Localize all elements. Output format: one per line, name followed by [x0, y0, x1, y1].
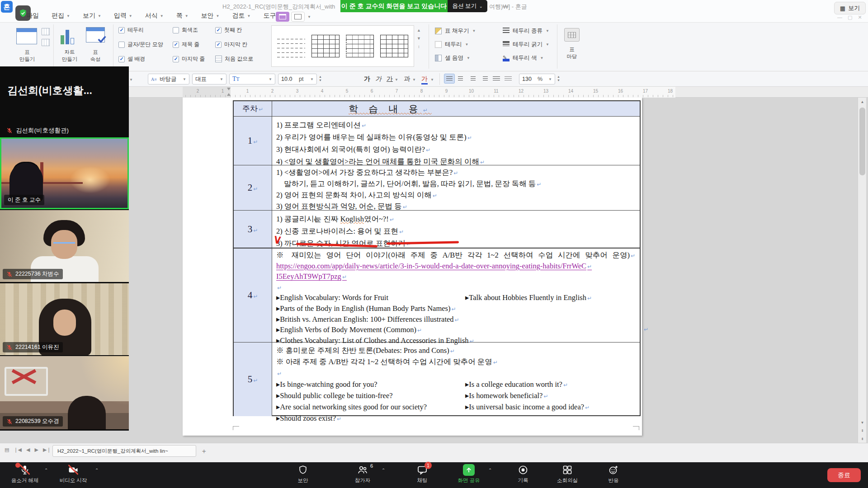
align-divide-button[interactable] — [503, 74, 514, 84]
check-cell-bg[interactable]: ✓셀 배경 — [118, 55, 145, 63]
week-2-row[interactable]: 2 1) <생활영어>에서 가장 중요하다고 생각하는 부분은? 말하기, 듣고… — [234, 165, 640, 210]
align-justify-button[interactable] — [444, 74, 455, 84]
reactions-button[interactable]: 반응 — [593, 464, 634, 484]
mic-options-caret[interactable]: ˆ — [45, 468, 47, 474]
view-options-button[interactable]: 옵션 보기⌄ — [448, 0, 487, 12]
table-header-row[interactable]: 주차 학 습 내 용 — [234, 101, 640, 116]
reset-first-value-button[interactable]: 처음 값으로 — [215, 55, 253, 63]
insert-table-icon[interactable] — [16, 28, 37, 44]
align-left-button[interactable] — [456, 74, 467, 84]
border-weight-button[interactable]: 테두리 굵기▼ — [503, 41, 549, 48]
week-5-row[interactable]: 5 ※ 흥미로운 주제의 찬반 토론(Debates: Pros and Con… — [234, 342, 640, 416]
table-style-grid[interactable] — [311, 35, 340, 57]
video-tile-student-3[interactable]: 22082539 오수경 — [0, 356, 129, 429]
hyperlink[interactable]: I5EeyAhT9WpT7pzg — [276, 272, 640, 282]
table-style-mixed[interactable] — [380, 35, 408, 57]
font-size-input[interactable]: 10.0pt▼ — [278, 74, 317, 84]
participants-caret[interactable]: ˆ — [382, 468, 384, 474]
week-5-cell[interactable]: 5 — [234, 343, 272, 416]
week-4-content[interactable]: ※ 재미있는 영어 단어 이야기(아래 주제 중 A/B반 각각 1~2 선택하… — [272, 249, 640, 342]
table-style-gallery[interactable] — [271, 25, 414, 67]
border-kind-button[interactable]: 테두리 종류▼ — [503, 27, 549, 35]
scroll-up-icon[interactable]: ▲ — [858, 98, 867, 106]
chart-icon[interactable] — [61, 29, 74, 44]
week-5-content[interactable]: ※ 흥미로운 주제의 찬반 토론(Debates: Pros and Cons)… — [272, 343, 640, 416]
table-layout-tab-icon[interactable] — [291, 12, 305, 22]
doc-list-icon[interactable]: ▤ — [5, 447, 9, 453]
participants-button[interactable]: 6 참가자 — [342, 464, 383, 484]
week-2-cell[interactable]: 2 — [234, 165, 272, 210]
menu-page[interactable]: 쪽▼ — [176, 12, 189, 20]
border-color-button[interactable]: ✎테두리 색▼ — [503, 54, 543, 62]
start-video-button[interactable]: 비디오 시작 — [52, 464, 94, 484]
char-spacing-button[interactable]: 과 — [404, 75, 410, 83]
first-tab-icon[interactable]: ❘◀ — [14, 447, 22, 453]
bold-button[interactable]: 가 — [364, 75, 370, 83]
video-tile-student-2[interactable]: 22214161 이유진 — [0, 283, 129, 355]
zoom-view-button[interactable]: ▦보기 — [834, 2, 866, 14]
menu-view[interactable]: 보기▼ — [83, 12, 101, 20]
cell-border-button[interactable]: 테두리▼ — [435, 41, 468, 48]
menu-format[interactable]: 서식▼ — [145, 12, 164, 20]
window-controls[interactable]: —▢✕ — [837, 14, 862, 20]
header-content-cell[interactable]: 학 습 내 용 — [272, 101, 640, 116]
menu-security[interactable]: 보안▼ — [201, 12, 220, 20]
security-button[interactable]: 보안 — [282, 464, 324, 484]
horizontal-ruler[interactable]: 21123456789101112131415161718 — [0, 87, 868, 98]
header-week-cell[interactable]: 주차 — [234, 101, 272, 116]
table-erase-icon[interactable] — [42, 39, 50, 46]
tab-nav-icons[interactable]: ▤ ❘◀ ◀ ▶ ▶❘ — [5, 447, 51, 453]
check-last-row[interactable]: ✓마지막 줄 — [173, 55, 205, 63]
font-color-button[interactable]: 가 — [421, 75, 428, 84]
check-char-shape[interactable]: 글자/문단 모양 — [118, 41, 163, 48]
check-border[interactable]: ✓테두리 — [118, 26, 144, 34]
check-first-col[interactable]: ✓첫째 칸 — [215, 26, 242, 34]
check-last-col[interactable]: ✓마지막 칸 — [215, 41, 247, 48]
chevron-down-icon[interactable]: ▼ — [395, 78, 398, 82]
week-2-content[interactable]: 1) <생활영어>에서 가장 중요하다고 생각하는 부분은? 말하기, 듣고 이… — [272, 165, 640, 210]
next-page-icon[interactable]: ⇟ — [858, 435, 867, 443]
align-right-button[interactable] — [479, 74, 490, 84]
menu-review[interactable]: 검토▼ — [232, 12, 251, 20]
align-center-button[interactable] — [467, 74, 478, 84]
chevron-down-icon[interactable]: ▼ — [412, 78, 416, 82]
chevron-down-icon[interactable]: ▼ — [430, 78, 434, 82]
italic-button[interactable]: 가 — [375, 75, 382, 83]
table-draw-icon[interactable] — [42, 28, 50, 35]
hyperlink[interactable]: https://engoo.com/app/daily-news/article… — [276, 261, 640, 272]
week-1-row[interactable]: 1 1) 프로그램 오리엔테이션 2) 우리가 영어를 배우는 데 실패하는 이… — [234, 116, 640, 165]
add-tab-button[interactable]: ＋ — [199, 446, 209, 456]
style-set-select[interactable]: 대표▼ — [192, 74, 226, 84]
document-tab[interactable]: H2_2022~1_RC(영미문행_강의계획서_with lin~ — [52, 445, 196, 457]
menu-file[interactable]: 파일 — [26, 12, 39, 20]
table-style-dotted[interactable] — [346, 35, 374, 57]
table-design-tab-icon[interactable] — [276, 12, 289, 22]
check-header-row[interactable]: ✓제목 줄 — [173, 41, 199, 48]
unmute-button[interactable]: 음소거 해제 — [4, 464, 46, 484]
prev-tab-icon[interactable]: ◀ — [26, 447, 30, 453]
menu-input[interactable]: 입력▼ — [114, 12, 132, 20]
last-tab-icon[interactable]: ▶❘ — [43, 447, 51, 453]
week-3-cell[interactable]: 3 — [234, 211, 272, 248]
scroll-down-icon[interactable]: ▼ — [858, 418, 867, 427]
scrollbar-thumb[interactable] — [859, 108, 865, 175]
chevron-down-icon[interactable]: ▼ — [307, 15, 311, 19]
next-tab-icon[interactable]: ▶ — [35, 447, 38, 453]
syllabus-table[interactable]: 주차 학 습 내 용 1 1) 프로그램 오리엔테이션 2) 우리가 영어를 배… — [233, 100, 641, 416]
leave-meeting-button[interactable]: 종료 — [827, 468, 861, 482]
vertical-scrollbar[interactable]: ▲ ▼ ⇞ ⇟ — [858, 98, 866, 443]
gallery-scroll[interactable]: ▲▼⁝ — [417, 28, 421, 49]
video-tile-professor[interactable]: 이 준 호 교수 — [0, 137, 129, 209]
table-properties-icon[interactable] — [86, 27, 105, 42]
table-madang-icon[interactable] — [564, 28, 580, 42]
font-select[interactable]: TT▼ — [229, 74, 275, 84]
record-button[interactable]: 기록 — [502, 464, 544, 484]
share-screen-button[interactable]: 화면 공유 — [448, 464, 490, 484]
week-4-cell[interactable]: 4 — [234, 249, 272, 342]
week-4-row[interactable]: 4 ※ 재미있는 영어 단어 이야기(아래 주제 중 A/B반 각각 1~2 선… — [234, 248, 640, 342]
breakout-rooms-button[interactable]: 소회의실 — [547, 464, 588, 484]
cell-shading-button[interactable]: 셀 음영▼ — [435, 54, 470, 62]
check-grayscale[interactable]: 회색조 — [173, 26, 198, 34]
share-options-caret[interactable]: ˆ — [489, 468, 491, 474]
chevron-down-icon[interactable]: ▼ — [129, 78, 133, 82]
